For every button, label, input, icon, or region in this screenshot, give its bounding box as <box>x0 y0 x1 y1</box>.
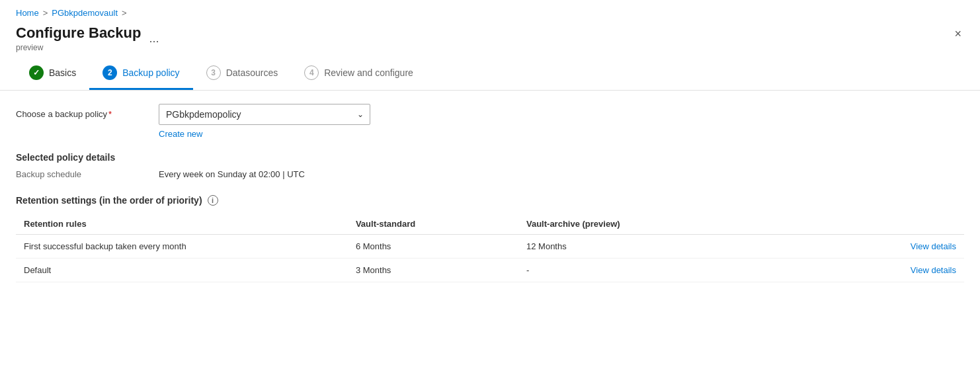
policy-select-wrapper: PGbkpdemopolicy ⌄ <box>159 104 370 125</box>
breadcrumb-vault[interactable]: PGbkpdemovault <box>52 8 118 18</box>
view-details-link-1[interactable]: View details <box>911 265 956 275</box>
more-options-icon[interactable]: ... <box>146 29 161 48</box>
view-details-link-0[interactable]: View details <box>911 241 956 251</box>
breadcrumb-home[interactable]: Home <box>16 8 39 18</box>
retention-rule-1: Default <box>16 259 348 282</box>
page-header: Configure Backup preview ... × <box>0 22 980 58</box>
tab-basics-label: Basics <box>49 67 76 78</box>
breadcrumb-sep1: > <box>43 8 48 18</box>
retention-title: Retention settings (in the order of prio… <box>16 195 202 206</box>
required-star: * <box>108 109 112 119</box>
policy-select[interactable]: PGbkpdemopolicy <box>159 104 370 125</box>
backup-schedule-value: Every week on Sunday at 02:00 | UTC <box>159 169 305 179</box>
backup-schedule-label: Backup schedule <box>16 169 148 179</box>
table-row: First successful backup taken every mont… <box>16 235 964 259</box>
view-details-cell-0: View details <box>756 235 965 259</box>
policy-select-area: PGbkpdemopolicy ⌄ Create new <box>159 104 370 139</box>
breadcrumb-sep2: > <box>122 8 127 18</box>
retention-section: Retention settings (in the order of prio… <box>16 195 964 282</box>
col-header-vault-arch: Vault-archive (preview) <box>518 214 756 235</box>
retention-header: Retention settings (in the order of prio… <box>16 195 964 206</box>
tab-datasources-label: Datasources <box>226 67 278 78</box>
vault-std-1: 3 Months <box>348 259 518 282</box>
tab-review-label: Review and configure <box>324 67 413 78</box>
breadcrumb: Home > PGbkpdemovault > <box>0 0 980 22</box>
col-header-actions <box>756 214 965 235</box>
policy-label: Choose a backup policy* <box>16 104 148 119</box>
table-header-row: Retention rules Vault-standard Vault-arc… <box>16 214 964 235</box>
tab-basics[interactable]: ✓ Basics <box>16 58 89 90</box>
col-header-vault-std: Vault-standard <box>348 214 518 235</box>
tab-basics-circle: ✓ <box>29 65 44 80</box>
view-details-cell-1: View details <box>756 259 965 282</box>
retention-table: Retention rules Vault-standard Vault-arc… <box>16 214 964 282</box>
tab-review[interactable]: 4 Review and configure <box>291 58 427 90</box>
vault-std-0: 6 Months <box>348 235 518 259</box>
tab-datasources[interactable]: 3 Datasources <box>193 58 292 90</box>
main-content: Choose a backup policy* PGbkpdemopolicy … <box>0 104 980 282</box>
vault-arch-1: - <box>518 259 756 282</box>
header-left: Configure Backup preview ... <box>16 24 161 52</box>
backup-schedule-row: Backup schedule Every week on Sunday at … <box>16 169 964 179</box>
vault-arch-0: 12 Months <box>518 235 756 259</box>
policy-form-group: Choose a backup policy* PGbkpdemopolicy … <box>16 104 964 139</box>
table-row: Default 3 Months - View details <box>16 259 964 282</box>
tab-datasources-circle: 3 <box>206 65 221 80</box>
page-subtitle: preview <box>16 43 141 52</box>
tab-backup-policy-circle: 2 <box>102 65 117 80</box>
retention-rule-0: First successful backup taken every mont… <box>16 235 348 259</box>
create-new-link[interactable]: Create new <box>159 129 202 139</box>
tab-backup-policy[interactable]: 2 Backup policy <box>89 58 192 90</box>
close-icon[interactable]: × <box>952 24 964 44</box>
tab-backup-policy-label: Backup policy <box>122 67 179 78</box>
header-title-block: Configure Backup preview <box>16 24 141 52</box>
page-title: Configure Backup <box>16 24 141 42</box>
info-icon[interactable]: i <box>208 195 218 206</box>
col-header-rules: Retention rules <box>16 214 348 235</box>
tab-review-circle: 4 <box>304 65 319 80</box>
wizard-tabs: ✓ Basics 2 Backup policy 3 Datasources 4… <box>0 58 980 91</box>
policy-details-title: Selected policy details <box>16 152 964 163</box>
